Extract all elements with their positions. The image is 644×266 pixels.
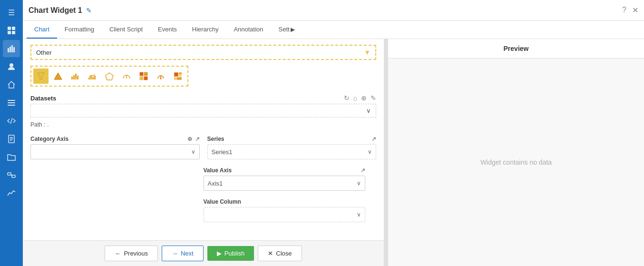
chart-icon-funnel[interactable] [33,69,49,84]
chart-icon-pentagon[interactable] [102,69,117,84]
chart-type-chevron: ▼ [364,49,371,56]
svg-rect-4 [8,48,9,52]
chart-type-field: Other ▼ [30,45,376,60]
chart-icon-arc[interactable] [119,69,134,84]
tab-client-script[interactable]: Client Script [102,21,150,39]
sidebar-item-code[interactable] [3,112,20,129]
close-icon[interactable]: ✕ [632,6,638,15]
series-dropdown[interactable]: Series1 ∨ [207,144,377,159]
value-column-chevron: ∨ [357,211,361,218]
sidebar-item-analytics[interactable] [3,185,20,202]
svg-rect-25 [88,78,90,79]
svg-marker-29 [106,73,113,80]
datasets-refresh-icon[interactable]: ↻ [344,94,350,102]
next-icon: → [172,250,178,257]
sidebar-item-dashboard[interactable] [3,22,20,39]
category-axis-arrow-icon[interactable]: ↗ [195,136,200,142]
svg-rect-21 [71,77,73,79]
category-axis-add-icon[interactable]: ⊕ [187,136,192,142]
svg-marker-20 [54,73,62,79]
close-button[interactable]: ✕ Close [258,246,302,261]
chart-icon-area[interactable] [50,69,66,84]
svg-rect-22 [73,75,75,79]
value-axis-chevron: ∨ [357,180,361,187]
series-value: Series1 [212,148,233,156]
svg-rect-0 [8,27,11,30]
series-label: Series ↗ [207,136,377,142]
chart-icon-combo[interactable] [85,69,100,84]
chart-type-dropdown[interactable]: Other ▼ [30,45,376,60]
sidebar-item-list[interactable] [3,94,20,111]
svg-rect-28 [94,76,96,79]
next-button[interactable]: → Next [162,246,204,261]
value-axis-dropdown[interactable]: Axis1 ∨ [204,176,365,191]
value-column-dropdown[interactable]: ∨ [204,207,365,222]
value-axis-arrow-icon[interactable]: ↗ [361,167,365,174]
dataset-chevron[interactable]: ∨ [366,107,371,114]
sidebar-item-user[interactable] [3,58,20,75]
svg-marker-19 [38,73,44,79]
svg-rect-1 [12,27,15,30]
tab-bar: Chart Formatting Client Script Events Hi… [23,21,644,39]
tab-more-chevron[interactable]: ▶ [291,26,295,33]
chart-icon-treemap[interactable] [170,69,185,84]
category-axis-section: Category Axis ⊕ ↗ ∨ [30,136,200,159]
svg-rect-2 [8,31,11,34]
path-row: Path : . [30,121,376,128]
category-axis-dropdown[interactable]: ∨ [30,144,200,159]
tab-settings[interactable]: Sett ▶ [271,21,302,39]
previous-button[interactable]: ← Previous [105,246,158,261]
publish-label: Publish [224,250,245,257]
svg-rect-17 [12,175,15,177]
datasets-home-icon[interactable]: ⌂ [353,94,357,102]
preview-panel: Preview Widget contains no data [388,39,644,266]
tab-hierarchy[interactable]: Hierarchy [185,21,226,39]
datasets-actions: ↻ ⌂ ⊕ ✎ [344,94,376,102]
chart-icon-grid[interactable] [136,69,151,84]
datasets-edit-icon[interactable]: ✎ [371,94,376,102]
preview-body: Widget contains no data [388,59,644,266]
svg-line-18 [11,174,12,177]
sidebar-item-home[interactable] [3,76,20,93]
previous-label: Previous [124,250,148,257]
sidebar-item-charts[interactable] [3,40,20,57]
svg-rect-39 [179,75,182,77]
axis-series-section: Category Axis ⊕ ↗ ∨ [30,136,376,159]
value-column-label-row: Value Column [204,198,365,205]
dataset-row[interactable]: ∨ [30,104,376,118]
datasets-header: Datasets ↻ ⌂ ⊕ ✎ [30,94,376,102]
category-axis-chevron: ∨ [191,148,195,155]
editor-footer: ← Previous → Next ▶ Publish ✕ Close [23,240,384,266]
svg-rect-24 [77,76,78,79]
svg-rect-34 [144,77,147,80]
title-edit-icon[interactable]: ✎ [86,7,92,14]
svg-rect-26 [90,76,92,79]
svg-rect-27 [92,77,94,79]
svg-rect-3 [12,31,15,34]
tab-events[interactable]: Events [150,21,185,39]
svg-rect-9 [8,100,15,101]
datasets-add-icon[interactable]: ⊕ [361,94,367,102]
tab-formatting[interactable]: Formatting [57,21,102,39]
path-label: Path : [30,121,45,128]
category-axis-label: Category Axis ⊕ ↗ [30,136,200,142]
series-section: Series ↗ Series1 ∨ [207,136,377,159]
sidebar-item-document[interactable] [3,130,20,148]
sidebar-item-link[interactable] [3,167,20,184]
tab-annotation[interactable]: Annotation [226,21,271,39]
sidebar-item-menu[interactable]: ☰ [3,4,20,21]
value-axis-label-row: Value Axis ↗ [204,167,365,174]
svg-rect-6 [11,45,13,52]
series-arrow-icon[interactable]: ↗ [371,136,376,142]
chart-icon-dial[interactable] [153,69,168,84]
publish-button[interactable]: ▶ Publish [207,246,254,261]
tab-chart[interactable]: Chart [27,21,57,39]
close-label: Close [276,250,292,257]
help-icon[interactable]: ? [622,6,626,15]
svg-rect-16 [8,173,11,175]
svg-rect-33 [140,77,143,80]
chart-icon-bar[interactable] [68,69,83,84]
svg-rect-31 [140,72,143,76]
sidebar-item-folder[interactable] [3,148,20,166]
scroll-track[interactable] [384,39,388,266]
